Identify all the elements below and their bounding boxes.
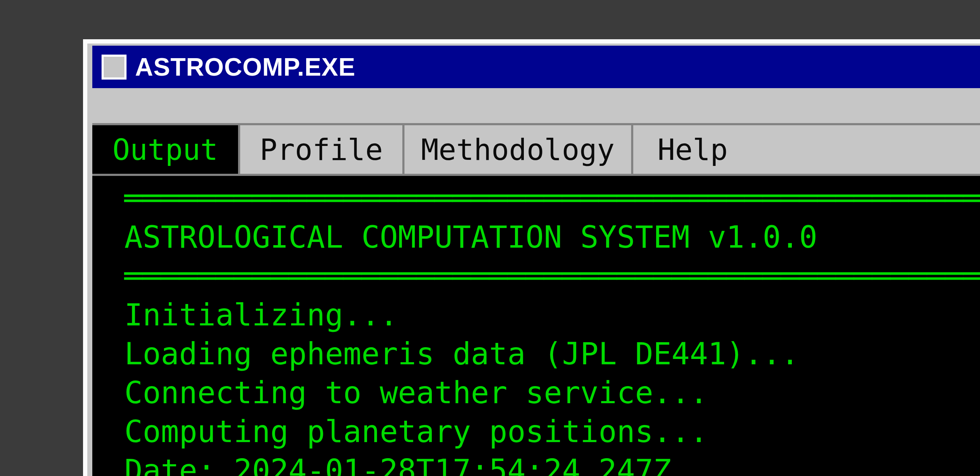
terminal-line: Loading ephemeris data (JPL DE441)... [124, 334, 980, 373]
terminal-separator: ════════════════════════════════════════… [124, 257, 980, 296]
tab-methodology[interactable]: Methodology [404, 125, 633, 174]
desktop-background: ASTROCOMP.EXE Output Profile Methodology… [0, 0, 980, 476]
tab-profile-label: Profile [260, 133, 383, 167]
tab-profile[interactable]: Profile [240, 125, 404, 174]
terminal-separator: ════════════════════════════════════════… [124, 179, 980, 218]
title-bar[interactable]: ASTROCOMP.EXE [92, 46, 980, 88]
tab-bar: Output Profile Methodology Help [92, 123, 980, 176]
terminal-line: Computing planetary positions... [124, 412, 980, 451]
tab-output-label: Output [112, 133, 218, 167]
tab-methodology-label: Methodology [421, 133, 614, 167]
terminal-banner: ASTROLOGICAL COMPUTATION SYSTEM v1.0.0 [124, 218, 980, 257]
window-menu-icon[interactable] [102, 54, 127, 80]
terminal-line: Connecting to weather service... [124, 373, 980, 412]
window-title: ASTROCOMP.EXE [135, 53, 356, 81]
tab-output[interactable]: Output [92, 125, 240, 174]
app-window: ASTROCOMP.EXE Output Profile Methodology… [83, 39, 980, 476]
title-tab-gap [92, 88, 980, 123]
terminal-output: ════════════════════════════════════════… [92, 176, 980, 476]
tab-help[interactable]: Help [633, 125, 980, 174]
tab-help-label: Help [657, 133, 728, 167]
terminal-line: Date: 2024-01-28T17:54:24.247Z [124, 451, 980, 476]
terminal-line: Initializing... [124, 296, 980, 334]
